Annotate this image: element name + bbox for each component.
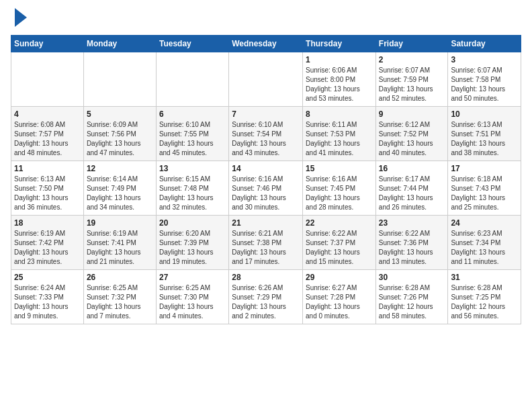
day-info: Sunrise: 6:10 AM Sunset: 7:55 PM Dayligh…: [159, 120, 226, 158]
calendar-cell: 22Sunrise: 6:22 AM Sunset: 7:37 PM Dayli…: [303, 216, 376, 270]
calendar-cell: 20Sunrise: 6:20 AM Sunset: 7:39 PM Dayli…: [156, 216, 228, 270]
calendar-cell: 10Sunrise: 6:13 AM Sunset: 7:51 PM Dayli…: [448, 107, 521, 161]
day-number: 2: [379, 55, 445, 64]
calendar-cell: 2Sunrise: 6:07 AM Sunset: 7:59 PM Daylig…: [375, 52, 448, 107]
weekday-header-thursday: Thursday: [303, 36, 376, 52]
weekday-header-saturday: Saturday: [448, 36, 521, 52]
day-number: 28: [232, 273, 300, 282]
day-info: Sunrise: 6:27 AM Sunset: 7:28 PM Dayligh…: [306, 283, 373, 321]
day-number: 31: [451, 273, 518, 282]
day-number: 27: [159, 273, 226, 282]
calendar-week-row: 18Sunrise: 6:19 AM Sunset: 7:42 PM Dayli…: [11, 216, 521, 270]
day-number: 16: [379, 164, 445, 173]
day-info: Sunrise: 6:28 AM Sunset: 7:26 PM Dayligh…: [379, 283, 445, 321]
day-info: Sunrise: 6:16 AM Sunset: 7:45 PM Dayligh…: [306, 175, 373, 212]
day-info: Sunrise: 6:12 AM Sunset: 7:52 PM Dayligh…: [379, 120, 445, 158]
calendar-cell: 29Sunrise: 6:27 AM Sunset: 7:28 PM Dayli…: [303, 270, 376, 324]
calendar-cell: 25Sunrise: 6:24 AM Sunset: 7:33 PM Dayli…: [11, 270, 84, 324]
day-info: Sunrise: 6:20 AM Sunset: 7:39 PM Dayligh…: [159, 229, 226, 267]
calendar-cell: 1Sunrise: 6:06 AM Sunset: 8:00 PM Daylig…: [303, 52, 376, 107]
day-info: Sunrise: 6:22 AM Sunset: 7:36 PM Dayligh…: [379, 229, 445, 267]
weekday-header-wednesday: Wednesday: [229, 36, 303, 52]
day-info: Sunrise: 6:24 AM Sunset: 7:33 PM Dayligh…: [14, 283, 81, 321]
calendar-week-row: 11Sunrise: 6:13 AM Sunset: 7:50 PM Dayli…: [11, 161, 521, 216]
day-info: Sunrise: 6:13 AM Sunset: 7:50 PM Dayligh…: [14, 175, 81, 212]
day-number: 19: [87, 218, 153, 228]
calendar-cell: 16Sunrise: 6:17 AM Sunset: 7:44 PM Dayli…: [375, 161, 448, 216]
day-number: 14: [232, 164, 300, 173]
day-number: 29: [306, 273, 373, 282]
day-number: 20: [159, 218, 226, 228]
day-number: 11: [14, 164, 81, 173]
day-number: 5: [87, 109, 153, 119]
day-number: 22: [306, 218, 373, 228]
calendar-table: SundayMondayTuesdayWednesdayThursdayFrid…: [11, 35, 521, 324]
day-info: Sunrise: 6:19 AM Sunset: 7:42 PM Dayligh…: [14, 229, 81, 267]
calendar-cell: 21Sunrise: 6:21 AM Sunset: 7:38 PM Dayli…: [229, 216, 303, 270]
day-number: 1: [306, 55, 373, 64]
calendar-cell: [229, 52, 303, 107]
day-info: Sunrise: 6:10 AM Sunset: 7:54 PM Dayligh…: [232, 120, 300, 158]
weekday-header-row: SundayMondayTuesdayWednesdayThursdayFrid…: [11, 36, 521, 52]
calendar-cell: 15Sunrise: 6:16 AM Sunset: 7:45 PM Dayli…: [303, 161, 376, 216]
calendar-cell: 14Sunrise: 6:16 AM Sunset: 7:46 PM Dayli…: [229, 161, 303, 216]
day-number: 25: [14, 273, 81, 282]
calendar-cell: 27Sunrise: 6:25 AM Sunset: 7:30 PM Dayli…: [156, 270, 228, 324]
day-number: 4: [14, 109, 81, 119]
day-number: 12: [87, 164, 153, 173]
calendar-cell: 3Sunrise: 6:07 AM Sunset: 7:58 PM Daylig…: [448, 52, 521, 107]
day-info: Sunrise: 6:23 AM Sunset: 7:34 PM Dayligh…: [451, 229, 518, 267]
calendar-cell: 7Sunrise: 6:10 AM Sunset: 7:54 PM Daylig…: [229, 107, 303, 161]
day-number: 8: [306, 109, 373, 119]
day-info: Sunrise: 6:14 AM Sunset: 7:49 PM Dayligh…: [87, 175, 153, 212]
calendar-cell: 12Sunrise: 6:14 AM Sunset: 7:49 PM Dayli…: [83, 161, 156, 216]
day-number: 18: [14, 218, 81, 228]
calendar-cell: 24Sunrise: 6:23 AM Sunset: 7:34 PM Dayli…: [448, 216, 521, 270]
day-info: Sunrise: 6:26 AM Sunset: 7:29 PM Dayligh…: [232, 283, 300, 321]
logo: [11, 11, 27, 27]
day-info: Sunrise: 6:08 AM Sunset: 7:57 PM Dayligh…: [14, 120, 81, 158]
day-number: 6: [159, 109, 226, 119]
day-info: Sunrise: 6:13 AM Sunset: 7:51 PM Dayligh…: [451, 120, 518, 158]
calendar-cell: [83, 52, 156, 107]
calendar-cell: 28Sunrise: 6:26 AM Sunset: 7:29 PM Dayli…: [229, 270, 303, 324]
calendar-cell: 18Sunrise: 6:19 AM Sunset: 7:42 PM Dayli…: [11, 216, 84, 270]
calendar-cell: 9Sunrise: 6:12 AM Sunset: 7:52 PM Daylig…: [375, 107, 448, 161]
calendar-cell: 13Sunrise: 6:15 AM Sunset: 7:48 PM Dayli…: [156, 161, 228, 216]
weekday-header-monday: Monday: [83, 36, 156, 52]
weekday-header-friday: Friday: [375, 36, 448, 52]
calendar-cell: 17Sunrise: 6:18 AM Sunset: 7:43 PM Dayli…: [448, 161, 521, 216]
day-info: Sunrise: 6:25 AM Sunset: 7:30 PM Dayligh…: [159, 283, 226, 321]
calendar-cell: 8Sunrise: 6:11 AM Sunset: 7:53 PM Daylig…: [303, 107, 376, 161]
day-info: Sunrise: 6:06 AM Sunset: 8:00 PM Dayligh…: [306, 66, 373, 103]
calendar-week-row: 25Sunrise: 6:24 AM Sunset: 7:33 PM Dayli…: [11, 270, 521, 324]
day-info: Sunrise: 6:18 AM Sunset: 7:43 PM Dayligh…: [451, 175, 518, 212]
calendar-cell: [156, 52, 228, 107]
weekday-header-tuesday: Tuesday: [156, 36, 228, 52]
day-number: 23: [379, 218, 445, 228]
calendar-week-row: 4Sunrise: 6:08 AM Sunset: 7:57 PM Daylig…: [11, 107, 521, 161]
calendar-cell: 5Sunrise: 6:09 AM Sunset: 7:56 PM Daylig…: [83, 107, 156, 161]
page-header: [11, 11, 521, 27]
day-number: 26: [87, 273, 153, 282]
day-info: Sunrise: 6:19 AM Sunset: 7:41 PM Dayligh…: [87, 229, 153, 267]
day-info: Sunrise: 6:16 AM Sunset: 7:46 PM Dayligh…: [232, 175, 300, 212]
day-number: 15: [306, 164, 373, 173]
calendar-cell: 30Sunrise: 6:28 AM Sunset: 7:26 PM Dayli…: [375, 270, 448, 324]
calendar-cell: 31Sunrise: 6:28 AM Sunset: 7:25 PM Dayli…: [448, 270, 521, 324]
day-number: 10: [451, 109, 518, 119]
calendar-cell: 23Sunrise: 6:22 AM Sunset: 7:36 PM Dayli…: [375, 216, 448, 270]
weekday-header-sunday: Sunday: [11, 36, 84, 52]
day-number: 21: [232, 218, 300, 228]
day-info: Sunrise: 6:15 AM Sunset: 7:48 PM Dayligh…: [159, 175, 226, 212]
day-info: Sunrise: 6:28 AM Sunset: 7:25 PM Dayligh…: [451, 283, 518, 321]
day-number: 24: [451, 218, 518, 228]
day-info: Sunrise: 6:21 AM Sunset: 7:38 PM Dayligh…: [232, 229, 300, 267]
day-info: Sunrise: 6:22 AM Sunset: 7:37 PM Dayligh…: [306, 229, 373, 267]
day-number: 17: [451, 164, 518, 173]
day-number: 13: [159, 164, 226, 173]
day-info: Sunrise: 6:17 AM Sunset: 7:44 PM Dayligh…: [379, 175, 445, 212]
day-number: 9: [379, 109, 445, 119]
calendar-cell: 6Sunrise: 6:10 AM Sunset: 7:55 PM Daylig…: [156, 107, 228, 161]
day-number: 30: [379, 273, 445, 282]
